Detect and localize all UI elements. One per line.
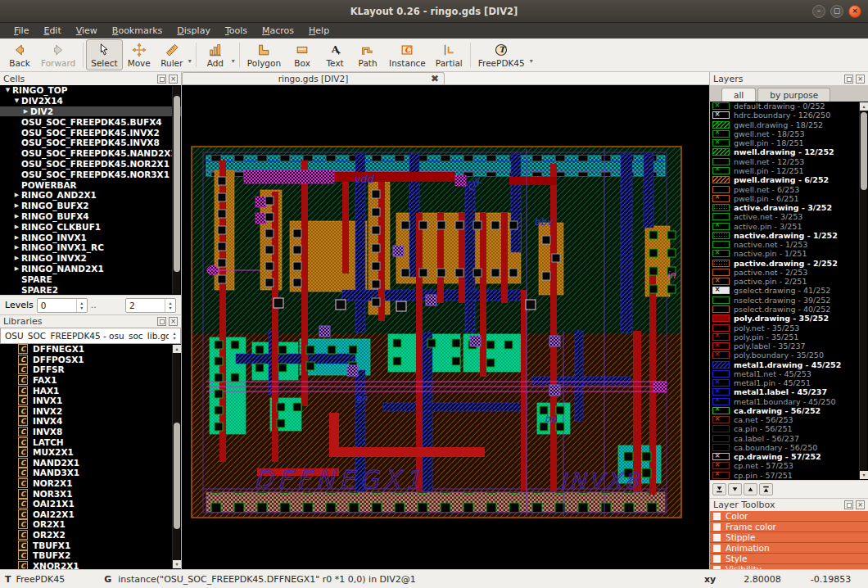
library-cell-xnor2x1[interactable]: CXNOR2X1 [0, 560, 181, 569]
menu-help[interactable]: Help [301, 25, 337, 36]
dropdown-caret-icon[interactable]: ▾ [232, 57, 235, 65]
tab-by-purpose[interactable]: by purpose [757, 88, 830, 102]
expander-closed-icon[interactable]: ▶ [12, 213, 21, 219]
cells-close-icon[interactable]: × [169, 75, 178, 84]
layer-swatch[interactable] [712, 305, 730, 313]
layers-scrollbar[interactable]: ▴ ▾ [859, 102, 867, 479]
levels-to-spinner[interactable]: 2 ▴▾ [125, 298, 176, 313]
library-cell-dffposx1[interactable]: CDFFPOSX1 [0, 355, 181, 365]
expander-closed-icon[interactable]: ▶ [12, 192, 21, 198]
cell-tree-item-ringo_invx1[interactable]: ▶RINGO_INVX1 [0, 232, 181, 242]
expander-open-icon[interactable]: ▼ [12, 97, 21, 104]
layer-row-pwell.net[interactable]: pwell.net - 6/253 [710, 184, 868, 193]
spinner-arrows-icon[interactable]: ▴▾ [165, 299, 175, 312]
layer-row-nactive.net[interactable]: nactive.net - 1/253 [710, 240, 868, 249]
toolbox-checkbox[interactable] [713, 545, 721, 552]
library-cell-or2x1[interactable]: COR2X1 [0, 519, 181, 530]
layer-row-cp.drawing[interactable]: ×cp.drawing - 57/252 [710, 452, 868, 461]
layer-row-poly.net[interactable]: poly.net - 35/253 [710, 323, 868, 332]
library-scrollbar[interactable]: ▴ ▾ [172, 345, 180, 568]
cell-tree-item-ringo_clkbuf1[interactable]: ▶RINGO_CLKBUF1 [0, 221, 181, 232]
cell-tree-item-osu_soc_freepdk45.nor3x1[interactable]: OSU_SOC_FREEPDK45.NOR3X1 [0, 169, 181, 179]
layer-list[interactable]: ×default.drawing - 0/252×hdrc.boundary -… [710, 102, 868, 480]
libraries-float-icon[interactable] [157, 317, 166, 326]
cell-tree-item-ringo_top[interactable]: ▼RINGO_TOP [0, 85, 181, 96]
layer-row-gwell.net[interactable]: ×gwell.net - 18/253 [710, 129, 868, 138]
layer-row-nwell.pin[interactable]: ×nwell.pin - 12/251 [710, 166, 868, 175]
layer-swatch[interactable]: × [712, 130, 730, 138]
library-cell-dffnegx1[interactable]: CDFFNEGX1 [0, 344, 181, 355]
layer-row-metal1.drawing[interactable]: metal1.drawing - 45/252 [710, 360, 868, 369]
layer-swatch[interactable]: × [712, 453, 730, 460]
cell-tree-item-ringo_bufx4[interactable]: ▶RINGO_BUFX4 [0, 211, 181, 222]
cell-tree-item-powerbar[interactable]: POWERBAR [0, 179, 181, 190]
expander-closed-icon[interactable]: ▶ [12, 244, 21, 251]
cell-tree-item-osu_soc_freepdk45.invx8[interactable]: OSU_SOC_FREEPDK45.INVX8 [0, 138, 181, 148]
freepdk45-button[interactable]: TFreePDK45 [473, 39, 530, 70]
instance-button[interactable]: CInstance [384, 39, 431, 70]
layout-canvas[interactable]: vdd clk bbv in gn bp DFFNEGX1 INVX8 [182, 85, 709, 569]
toolbox-checkbox[interactable] [713, 513, 721, 520]
combo-arrows-icon[interactable]: ▴▾ [169, 331, 180, 341]
move-layer-bottom-button[interactable] [712, 483, 726, 495]
menu-bookmarks[interactable]: Bookmarks [105, 25, 170, 36]
layer-row-pselect.drawing[interactable]: pselect.drawing - 40/252 [710, 305, 868, 314]
layer-row-metal1.label[interactable]: ×metal1.label - 45/237 [710, 387, 868, 396]
layer-row-nactive.drawing[interactable]: nactive.drawing - 1/252 [710, 231, 868, 240]
cells-float-icon[interactable] [157, 75, 166, 84]
layer-row-pwell.pin[interactable]: ×pwell.pin - 6/251 [710, 194, 868, 203]
layer-swatch[interactable]: × [712, 398, 730, 405]
layer-row-nselect.drawing[interactable]: nselect.drawing - 39/252 [710, 296, 868, 305]
cell-tree-item-ringo_invx1_rc[interactable]: ▶RINGO_INVX1_RC [0, 242, 181, 253]
layer-row-ca.boundary[interactable]: ca.boundary - 56/250 [710, 443, 868, 452]
layer-swatch[interactable]: × [712, 342, 730, 350]
cell-tree-item-spare[interactable]: SPARE [0, 274, 181, 284]
library-cell-or2x2[interactable]: COR2X2 [0, 530, 181, 541]
move-button[interactable]: Move [123, 39, 156, 70]
layer-row-hdrc.boundary[interactable]: ×hdrc.boundary - 126/250 [710, 111, 868, 120]
layer-row-active.drawing[interactable]: active.drawing - 3/252 [710, 203, 868, 212]
partial-button[interactable]: Partial [431, 39, 468, 70]
layer-swatch[interactable] [712, 204, 730, 211]
back-button[interactable]: Back [3, 39, 36, 70]
toolbox-checkbox[interactable] [713, 555, 721, 563]
toolbox-item-color[interactable]: Color [710, 511, 868, 522]
layer-row-cp.net[interactable]: ×cp.net - 57/253 [710, 461, 868, 470]
menu-file[interactable]: File [7, 25, 36, 36]
minimize-button[interactable]: – [812, 5, 825, 18]
ruler-button[interactable]: Ruler [156, 39, 188, 70]
library-cell-invx1[interactable]: CINVX1 [0, 396, 181, 406]
library-cell-fax1[interactable]: CFAX1 [0, 375, 181, 386]
layer-row-active.net[interactable]: active.net - 3/253 [710, 212, 868, 221]
library-cell-list[interactable]: CDFFNEGX1CDFFPOSX1CDFFSRCFAX1CHAX1CINVX1… [0, 344, 181, 569]
layer-swatch[interactable]: × [712, 462, 730, 469]
library-cell-oai21x1[interactable]: COAI21X1 [0, 499, 181, 509]
layer-swatch[interactable] [712, 186, 730, 193]
layer-row-nactive.pin[interactable]: ×nactive.pin - 1/251 [710, 249, 868, 258]
layer-swatch[interactable]: × [712, 407, 730, 414]
layer-swatch[interactable]: × [712, 139, 730, 147]
layer-row-default.drawing[interactable]: ×default.drawing - 0/252 [710, 102, 868, 111]
layer-swatch[interactable] [712, 361, 730, 369]
cells-scrollbar[interactable] [172, 86, 180, 294]
library-cell-oai22x1[interactable]: COAI22X1 [0, 509, 181, 520]
layer-row-ca.pin[interactable]: ca.pin - 56/251 [710, 424, 868, 433]
layer-swatch[interactable] [712, 148, 730, 156]
layer-row-gwell.pin[interactable]: ×gwell.pin - 18/251 [710, 138, 868, 147]
toolbox-item-style[interactable]: Style [710, 554, 868, 564]
expander-closed-icon[interactable]: ▶ [12, 202, 21, 209]
layer-swatch[interactable]: × [712, 121, 730, 129]
cell-tree-item-ringo_invx2[interactable]: ▶RINGO_INVX2 [0, 253, 181, 264]
toolbox-item-frame-color[interactable]: Frame color [710, 522, 868, 532]
layer-swatch[interactable] [712, 260, 730, 267]
layer-row-nwell.net[interactable]: nwell.net - 12/253 [710, 157, 868, 166]
tab-all[interactable]: all [721, 88, 756, 102]
layer-swatch[interactable]: × [712, 472, 730, 479]
polygon-button[interactable]: Polygon [242, 39, 286, 70]
layer-row-pactive.net[interactable]: pactive.net - 2/253 [710, 268, 868, 277]
expander-open-icon[interactable]: ▼ [3, 87, 12, 93]
layer-row-ca.drawing[interactable]: ×ca.drawing - 56/252 [710, 406, 868, 415]
menu-edit[interactable]: Edit [36, 25, 68, 36]
layer-swatch[interactable]: × [712, 223, 730, 230]
select-button[interactable]: Select [86, 39, 122, 70]
